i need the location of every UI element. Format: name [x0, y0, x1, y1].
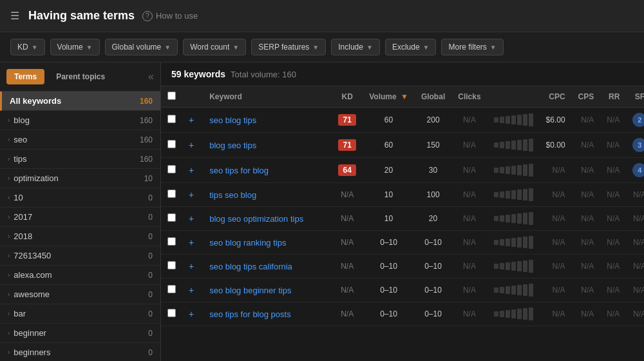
add-icon[interactable]: +	[189, 237, 194, 248]
keyword-link[interactable]: seo blog ranking tips	[209, 238, 286, 248]
sidebar-item[interactable]: › blog 160	[0, 111, 160, 130]
td-keyword[interactable]: seo blog tips	[203, 108, 332, 133]
sidebar-item[interactable]: › optimization 10	[0, 169, 160, 188]
more-filters-button[interactable]: More filters ▼	[441, 39, 503, 55]
sidebar-item[interactable]: › 2017 0	[0, 208, 160, 227]
td-expand[interactable]: +	[182, 108, 203, 133]
tab-parent-topics[interactable]: Parent topics	[48, 69, 113, 84]
row-checkbox[interactable]	[167, 165, 176, 173]
row-checkbox[interactable]	[167, 140, 176, 148]
word-count-filter-button[interactable]: Word count ▼	[183, 39, 246, 55]
sidebar-item-all-keywords[interactable]: All keywords 160	[0, 92, 160, 111]
td-checkbox[interactable]	[161, 183, 182, 207]
th-sf[interactable]: SF	[626, 86, 644, 108]
tab-terms[interactable]: Terms	[6, 69, 44, 84]
th-cpc[interactable]: CPC	[540, 86, 572, 108]
td-keyword[interactable]: seo tips for blog posts	[203, 302, 332, 326]
sidebar-item[interactable]: › 2018 0	[0, 227, 160, 246]
td-checkbox[interactable]	[161, 207, 182, 231]
th-kd[interactable]: KD	[332, 86, 363, 108]
td-expand[interactable]: +	[182, 158, 203, 183]
bar-segment	[529, 260, 533, 273]
td-keyword[interactable]: seo tips for blog	[203, 158, 332, 183]
global-volume-filter-button[interactable]: Global volume ▼	[105, 39, 178, 55]
keyword-link[interactable]: seo tips for blog posts	[209, 309, 290, 319]
row-checkbox[interactable]	[167, 285, 176, 293]
add-icon[interactable]: +	[189, 309, 194, 319]
td-expand[interactable]: +	[182, 183, 203, 207]
sidebar-item[interactable]: › 72613450 0	[0, 246, 160, 266]
td-expand[interactable]: +	[182, 133, 203, 158]
td-keyword[interactable]: blog seo optimization tips	[203, 207, 332, 231]
sidebar-item[interactable]: › alexa.com 0	[0, 266, 160, 285]
td-checkbox[interactable]	[161, 278, 182, 302]
add-icon[interactable]: +	[189, 115, 194, 125]
th-select-all[interactable]	[161, 86, 182, 108]
th-volume[interactable]: Volume ▼	[363, 86, 415, 108]
select-all-checkbox[interactable]	[167, 92, 176, 100]
add-icon[interactable]: +	[189, 140, 194, 150]
td-checkbox[interactable]	[161, 133, 182, 158]
sidebar-item[interactable]: › tips 160	[0, 150, 160, 169]
sidebar-item[interactable]: › bar 0	[0, 304, 160, 324]
td-checkbox[interactable]	[161, 108, 182, 133]
volume-filter-button[interactable]: Volume ▼	[50, 39, 100, 55]
bar-segment	[511, 262, 516, 271]
row-checkbox[interactable]	[167, 237, 176, 246]
help-text: How to use	[156, 11, 198, 21]
td-expand[interactable]: +	[182, 207, 203, 231]
keyword-link[interactable]: tips seo blog	[209, 190, 256, 200]
add-icon[interactable]: +	[189, 213, 194, 224]
row-checkbox[interactable]	[167, 213, 176, 222]
collapse-icon[interactable]: «	[148, 71, 154, 83]
td-keyword[interactable]: seo blog tips california	[203, 255, 332, 278]
exclude-filter-button[interactable]: Exclude ▼	[385, 39, 437, 55]
sidebar-item[interactable]: › awesome 0	[0, 285, 160, 304]
add-icon[interactable]: +	[189, 285, 194, 295]
kd-badge: 64	[338, 164, 356, 176]
td-checkbox[interactable]	[161, 158, 182, 183]
row-checkbox[interactable]	[167, 309, 176, 317]
td-expand[interactable]: +	[182, 255, 203, 278]
sidebar-item[interactable]: › beginners 0	[0, 343, 160, 361]
include-filter-button[interactable]: Include ▼	[331, 39, 380, 55]
th-rr[interactable]: RR	[600, 86, 626, 108]
row-checkbox[interactable]	[167, 190, 176, 198]
add-icon[interactable]: +	[189, 165, 194, 175]
td-checkbox[interactable]	[161, 255, 182, 278]
td-keyword[interactable]: tips seo blog	[203, 183, 332, 207]
row-checkbox[interactable]	[167, 115, 176, 123]
hamburger-icon[interactable]: ☰	[10, 10, 19, 22]
keyword-link[interactable]: seo blog beginner tips	[209, 286, 291, 295]
bar-segment	[506, 310, 510, 318]
keyword-link[interactable]: seo blog tips	[209, 115, 256, 125]
td-expand[interactable]: +	[182, 231, 203, 255]
th-clicks[interactable]: Clicks	[451, 86, 487, 108]
td-checkbox[interactable]	[161, 231, 182, 255]
row-checkbox[interactable]	[167, 261, 176, 269]
td-keyword[interactable]: seo blog beginner tips	[203, 278, 332, 302]
th-global[interactable]: Global	[415, 86, 451, 108]
th-keyword[interactable]: Keyword	[203, 86, 332, 108]
keyword-link[interactable]: blog seo optimization tips	[209, 214, 303, 224]
td-checkbox[interactable]	[161, 302, 182, 326]
bar-segment	[511, 141, 516, 150]
keyword-link[interactable]: seo tips for blog	[209, 166, 269, 175]
bar-segment	[517, 115, 522, 125]
add-icon[interactable]: +	[189, 190, 194, 200]
td-expand[interactable]: +	[182, 302, 203, 326]
help-badge[interactable]: ? How to use	[142, 11, 198, 21]
td-keyword[interactable]: seo blog ranking tips	[203, 231, 332, 255]
th-cps[interactable]: CPS	[572, 86, 601, 108]
sidebar-item[interactable]: › seo 160	[0, 130, 160, 150]
keyword-link[interactable]: seo blog tips california	[209, 262, 292, 271]
serp-features-filter-button[interactable]: SERP features ▼	[251, 39, 326, 55]
keyword-link[interactable]: blog seo tips	[209, 141, 256, 150]
sidebar-item[interactable]: › beginner 0	[0, 324, 160, 343]
td-keyword[interactable]: blog seo tips	[203, 133, 332, 158]
td-expand[interactable]: +	[182, 278, 203, 302]
add-icon[interactable]: +	[189, 261, 194, 271]
all-keywords-count: 160	[140, 97, 153, 106]
sidebar-item[interactable]: › 10 0	[0, 188, 160, 208]
kd-filter-button[interactable]: KD ▼	[10, 39, 45, 55]
